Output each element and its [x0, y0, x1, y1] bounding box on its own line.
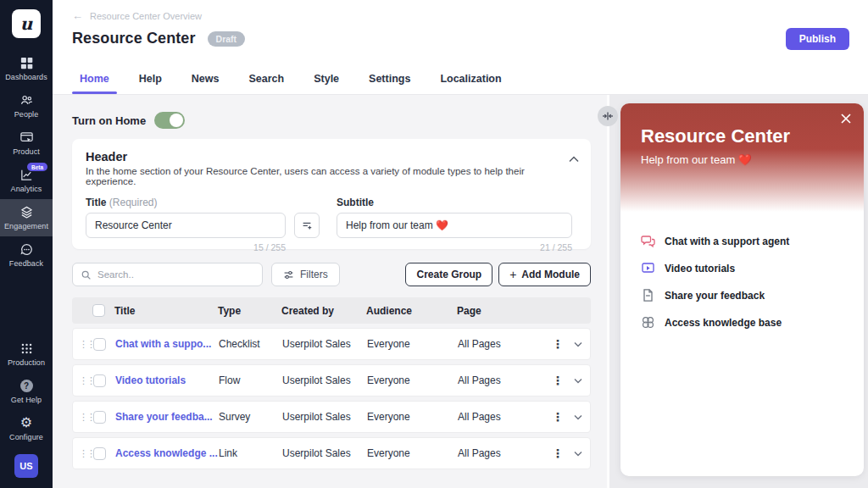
drag-handle-icon[interactable]: ⋮⋮ — [73, 340, 90, 349]
module-created-by: Userpilot Sales — [282, 338, 367, 350]
filters-button[interactable]: Filters — [271, 263, 340, 286]
userpilot-logo[interactable]: u — [12, 9, 41, 38]
sidebar-item-engagement[interactable]: Engagement — [0, 199, 53, 236]
chevron-down-icon[interactable] — [566, 451, 590, 457]
module-page: All Pages — [458, 338, 549, 350]
table-row: ⋮⋮ Access knowledge ... Link Userpilot S… — [72, 437, 591, 469]
main-column: Turn on Home Header In the home section … — [72, 95, 591, 469]
close-icon[interactable] — [840, 113, 852, 128]
chevron-down-icon[interactable] — [566, 378, 590, 384]
tab-help[interactable]: Help — [131, 66, 170, 94]
tab-style[interactable]: Style — [306, 66, 347, 94]
sidebar-item-label: Engagement — [4, 222, 48, 230]
turn-on-home-toggle[interactable] — [154, 112, 185, 129]
col-created-by: Created by — [281, 305, 366, 317]
sidebar-item-production[interactable]: Production — [0, 336, 53, 373]
user-avatar[interactable]: US — [14, 454, 38, 478]
sidebar-item-label: People — [14, 110, 39, 119]
sidebar-item-analytics[interactable]: Beta Analytics — [0, 162, 53, 199]
beta-badge: Beta — [27, 163, 47, 171]
module-title-link[interactable]: Share your feedba... — [115, 411, 219, 423]
resource-center-preview: Resource Center Help from our team ❤️ Ch… — [620, 103, 864, 476]
sidebar-item-label: Production — [8, 358, 45, 367]
kebab-menu-icon[interactable]: ⋮ — [549, 446, 566, 460]
module-type: Link — [219, 447, 282, 459]
row-checkbox[interactable] — [93, 374, 106, 387]
subtitle-input[interactable] — [337, 213, 572, 238]
drag-handle-icon[interactable]: ⋮⋮ — [73, 376, 90, 385]
sidebar-item-get-help[interactable]: ? Get Help — [0, 373, 53, 410]
title-field-group: Title (Required) 15 / 255 — [86, 197, 320, 252]
video-play-icon — [641, 261, 655, 275]
tab-news[interactable]: News — [184, 66, 227, 94]
sidebar-item-label: Get Help — [11, 396, 42, 404]
kebab-menu-icon[interactable]: ⋮ — [549, 337, 566, 351]
dashboards-icon — [19, 55, 34, 70]
chevron-down-icon[interactable] — [566, 341, 590, 347]
module-audience: Everyone — [367, 338, 458, 350]
kebab-menu-icon[interactable]: ⋮ — [549, 410, 566, 424]
row-checkbox[interactable] — [93, 338, 106, 351]
back-label: Resource Center Overview — [90, 11, 202, 21]
preview-module-video[interactable]: Video tutorials — [641, 261, 843, 275]
sidebar-item-dashboards[interactable]: Dashboards — [0, 50, 53, 87]
collapse-panel-handle[interactable] — [598, 106, 618, 126]
preview-module-label: Chat with a support agent — [665, 236, 789, 247]
sidebar-item-people[interactable]: People — [0, 87, 53, 125]
topbar: ← Resource Center Overview Resource Cent… — [53, 0, 868, 95]
create-group-button[interactable]: Create Group — [405, 263, 492, 286]
search-input[interactable] — [97, 269, 254, 280]
sidebar-item-label: Analytics — [11, 185, 42, 193]
module-audience: Everyone — [367, 374, 458, 386]
module-page: All Pages — [458, 411, 549, 423]
module-type: Survey — [219, 411, 282, 423]
preview-module-knowledge[interactable]: Access knowledge base — [641, 315, 843, 330]
tab-home[interactable]: Home — [72, 66, 117, 94]
logo-letter: u — [20, 15, 33, 32]
breadcrumb-back[interactable]: ← Resource Center Overview — [53, 0, 868, 21]
sidebar-item-configure[interactable]: ⚙ Configure — [0, 410, 53, 447]
sidebar-item-label: Feedback — [9, 259, 43, 268]
preview-module-label: Share your feedback — [665, 290, 765, 302]
row-checkbox[interactable] — [93, 411, 106, 424]
select-all-checkbox[interactable] — [92, 304, 105, 317]
search-box[interactable] — [72, 263, 263, 286]
title-char-counter: 15 / 255 — [86, 242, 286, 252]
module-title-link[interactable]: Video tutorials — [115, 374, 219, 386]
module-title-link[interactable]: Chat with a suppo... — [115, 338, 219, 350]
drag-handle-icon[interactable]: ⋮⋮ — [73, 449, 90, 458]
header-card-title: Header — [86, 150, 577, 164]
preview-title: Resource Center — [641, 125, 843, 147]
title-row: Resource Center Draft — [53, 21, 868, 47]
chevron-down-icon[interactable] — [566, 414, 590, 420]
content-area: Turn on Home Header In the home section … — [53, 95, 868, 488]
tab-localization[interactable]: Localization — [432, 66, 509, 94]
preview-module-feedback[interactable]: Share your feedback — [641, 288, 843, 302]
module-audience: Everyone — [367, 411, 458, 423]
title-input-row — [86, 213, 320, 238]
tab-search[interactable]: Search — [241, 66, 292, 94]
status-badge: Draft — [208, 31, 246, 47]
header-settings-card: Header In the home section of your Resou… — [72, 139, 591, 249]
production-icon — [19, 341, 34, 356]
title-input[interactable] — [86, 213, 286, 238]
insert-variable-button[interactable] — [294, 213, 320, 238]
publish-button[interactable]: Publish — [786, 28, 849, 50]
preview-module-chat[interactable]: Chat with a support agent — [641, 234, 843, 248]
row-checkbox[interactable] — [93, 447, 106, 460]
module-audience: Everyone — [367, 447, 458, 459]
analytics-icon: Beta — [19, 167, 34, 182]
sidebar-item-product[interactable]: Product — [0, 125, 53, 162]
col-title: Title — [114, 305, 218, 317]
drag-handle-icon[interactable]: ⋮⋮ — [73, 413, 90, 422]
tab-settings[interactable]: Settings — [361, 66, 418, 94]
add-module-button[interactable]: + Add Module — [498, 263, 591, 286]
title-field-label: Title (Required) — [86, 197, 320, 208]
chevron-up-icon[interactable] — [569, 151, 579, 166]
required-hint: (Required) — [109, 197, 158, 208]
kebab-menu-icon[interactable]: ⋮ — [549, 374, 566, 387]
sidebar-item-feedback[interactable]: Feedback — [0, 236, 53, 274]
module-title-link[interactable]: Access knowledge ... — [115, 447, 219, 459]
module-page: All Pages — [458, 374, 549, 386]
module-created-by: Userpilot Sales — [282, 447, 367, 459]
